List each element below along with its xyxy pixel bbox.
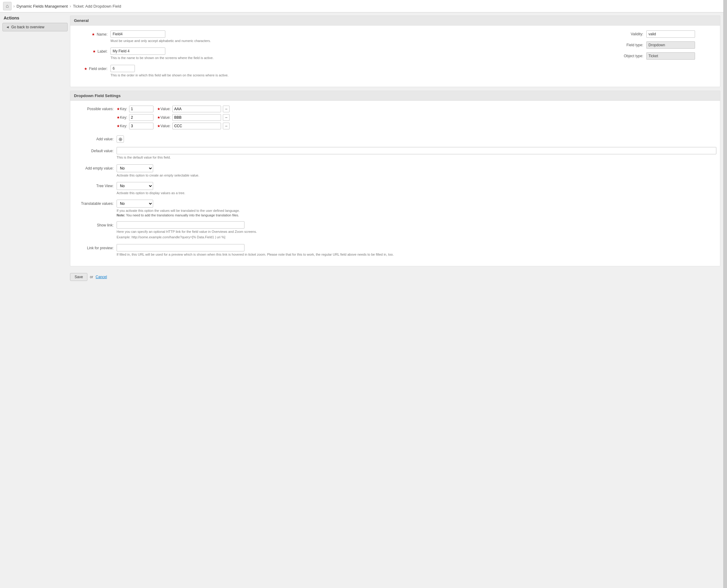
name-row: ★ Name: Must be unique and only accept a…: [74, 30, 613, 43]
default-value-hint: This is the default value for this field…: [117, 155, 716, 160]
tree-view-row: Tree View: No Yes Activate this option t…: [74, 182, 716, 195]
tree-view-label: Tree View:: [74, 182, 117, 188]
pv-remove-2[interactable]: −: [223, 114, 230, 121]
dropdown-settings-section: Dropdown Field Settings Possible values:…: [70, 91, 720, 266]
label-row: ★ Label: This is the name to be shown on…: [74, 47, 613, 60]
link-preview-label: Link for preview:: [74, 244, 117, 250]
add-empty-select[interactable]: No Yes: [117, 164, 153, 172]
validity-input[interactable]: [646, 30, 695, 38]
pv-value-2[interactable]: [172, 114, 221, 121]
breadcrumb-sep-2: ›: [70, 4, 71, 8]
field-order-row: ★ Field order: This is the order in whic…: [74, 65, 613, 78]
validity-label: Validity:: [619, 32, 646, 36]
possible-values-row: Possible values: ★Key: ★Value: −: [74, 106, 716, 131]
field-order-input[interactable]: [110, 65, 135, 72]
translatable-hint-1: If you activate this option the values w…: [117, 209, 716, 213]
label-label: ★ Label:: [74, 47, 110, 54]
object-type-row: Object type: Ticket: [619, 52, 716, 60]
general-section-header: General: [70, 16, 720, 25]
or-text: or: [90, 275, 93, 279]
label-input[interactable]: [110, 47, 165, 55]
name-hint: Must be unique and only accept alphabeti…: [110, 39, 613, 43]
go-back-button[interactable]: ◄ Go back to overview: [2, 23, 68, 31]
pv-value-3[interactable]: [172, 123, 221, 129]
link-preview-hint: If filled in, this URL will be used for …: [117, 252, 716, 257]
breadcrumb-item-2: Ticket: Add Dropdown Field: [73, 4, 121, 8]
field-type-row: Field type: Dropdown: [619, 41, 716, 49]
possible-values-label: Possible values:: [74, 106, 117, 111]
possible-values-entries: ★Key: ★Value: − ★Key:: [117, 106, 716, 131]
scrollbar-track[interactable]: [723, 0, 727, 588]
pv-remove-1[interactable]: −: [223, 106, 230, 112]
dropdown-settings-header: Dropdown Field Settings: [70, 91, 720, 101]
add-value-row: Add value: ⊕: [74, 135, 716, 143]
pv-key-1[interactable]: [129, 106, 153, 112]
translatable-hint-2: Note: You need to add the translations m…: [117, 213, 716, 217]
go-back-label: Go back to overview: [11, 25, 44, 29]
pv-entry-1: ★Key: ★Value: −: [117, 106, 716, 112]
show-link-input[interactable]: [117, 221, 245, 229]
validity-row: Validity:: [619, 30, 716, 38]
add-empty-hint: Activate this option to create an empty …: [117, 173, 716, 178]
pv-entry-3: ★Key: ★Value: −: [117, 123, 716, 129]
object-type-value: Ticket: [646, 52, 695, 60]
home-icon: ⌂: [6, 3, 9, 9]
pv-value-1[interactable]: [172, 106, 221, 112]
show-link-label: Show link:: [74, 221, 117, 227]
pv-entry-2: ★Key: ★Value: −: [117, 114, 716, 121]
translatable-row: Translatable values: No Yes If you activ…: [74, 200, 716, 217]
tree-view-select[interactable]: No Yes: [117, 182, 153, 190]
show-link-hint-2: Example: http://some.example.com/handle?…: [117, 235, 716, 239]
default-value-label: Default value:: [74, 147, 117, 153]
general-section: General ★ Name:: [70, 16, 720, 87]
name-label: ★ Name:: [74, 30, 110, 37]
breadcrumb-sep-1: ›: [14, 4, 15, 8]
sidebar: Actions ◄ Go back to overview: [0, 13, 70, 588]
add-empty-row: Add empty value: No Yes Activate this op…: [74, 164, 716, 178]
default-value-row: Default value: This is the default value…: [74, 147, 716, 160]
field-type-label: Field type:: [619, 43, 646, 47]
link-preview-row: Link for preview: If filled in, this URL…: [74, 244, 716, 257]
name-input[interactable]: [110, 30, 165, 38]
add-value-button[interactable]: ⊕: [117, 135, 124, 143]
home-button[interactable]: ⌂: [3, 2, 12, 10]
save-button[interactable]: Save: [70, 273, 87, 281]
cancel-link[interactable]: Cancel: [96, 275, 107, 279]
field-order-label: ★ Field order:: [74, 65, 110, 71]
pv-remove-3[interactable]: −: [223, 123, 230, 129]
add-value-label: Add value:: [74, 137, 117, 141]
pv-key-2[interactable]: [129, 114, 153, 121]
content-area: General ★ Name:: [70, 13, 723, 588]
translatable-select[interactable]: No Yes: [117, 200, 153, 208]
translatable-label: Translatable values:: [74, 200, 117, 206]
object-type-label: Object type:: [619, 54, 646, 58]
field-order-hint: This is the order in which this field wi…: [110, 73, 613, 78]
add-empty-label: Add empty value:: [74, 164, 117, 170]
tree-view-hint: Activate this option to display values a…: [117, 191, 716, 195]
breadcrumb: ⌂ › Dynamic Fields Management › Ticket: …: [0, 0, 723, 13]
sidebar-title: Actions: [2, 16, 68, 20]
link-preview-input[interactable]: [117, 244, 245, 251]
bottom-bar: Save or Cancel: [70, 270, 720, 284]
show-link-row: Show link: Here you can specify an optio…: [74, 221, 716, 240]
show-link-hint-1: Here you can specify an optional HTTP li…: [117, 230, 716, 234]
label-hint: This is the name to be shown on the scre…: [110, 56, 613, 60]
pv-key-3[interactable]: [129, 123, 153, 129]
back-arrow-icon: ◄: [6, 25, 9, 29]
default-value-input[interactable]: [117, 147, 716, 154]
breadcrumb-item-1[interactable]: Dynamic Fields Management: [17, 4, 68, 8]
field-type-value: Dropdown: [646, 41, 695, 49]
